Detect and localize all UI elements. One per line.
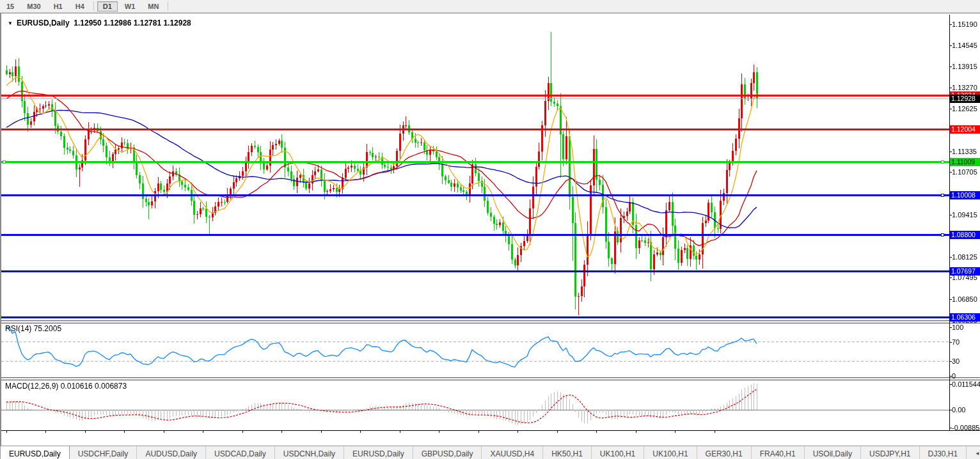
chart-tab-USOil-Daily[interactable]: USOil,Daily <box>805 446 861 459</box>
toolbar-separator <box>93 1 94 11</box>
price-axis-label: 1.08125 <box>952 253 977 261</box>
horizontal-level-line-1.07697[interactable] <box>1 270 949 272</box>
price-axis-label: 1.06850 <box>952 295 977 303</box>
chart-tab-USDCAD-Daily[interactable]: USDCAD,Daily <box>206 446 275 459</box>
price-axis-label: 1.10705 <box>952 168 977 176</box>
current-price-badge: 1.12928 <box>950 95 980 103</box>
chart-window: ▼EURUSD,Daily 1.12950 1.12986 1.12781 1.… <box>0 13 980 446</box>
mt4-terminal: 15M30H1H4D1W1MN ▼EURUSD,Daily 1.12950 1.… <box>0 0 980 459</box>
price-badge: 1.10008 <box>950 191 980 199</box>
rsi-axis-label: 100 <box>952 323 963 331</box>
chart-tab-GER30-H1[interactable]: GER30,H1 <box>697 446 752 459</box>
horizontal-level-line-1.12004[interactable] <box>1 128 949 130</box>
macd-indicator-label: MACD(12,26,9) 0.010616 0.006873 <box>5 382 127 391</box>
chart-tab-EURUSD-Daily[interactable]: EURUSD,Daily <box>344 446 413 459</box>
price-axis-label: 1.14545 <box>952 42 977 49</box>
symbol-dropdown-icon[interactable]: ▼ <box>8 20 13 26</box>
toolbar-separator <box>168 1 168 11</box>
price-badge: 1.06306 <box>950 313 980 322</box>
date-axis-border <box>1 430 980 431</box>
chart-tab-USDCHF-Daily[interactable]: USDCHF,Daily <box>70 446 138 459</box>
price-axis-label: 1.11335 <box>952 148 977 155</box>
horizontal-level-line-1.10008[interactable] <box>1 194 949 196</box>
macd-axis-label: 0.00 <box>952 406 965 414</box>
chart-tab-DJ30-H1[interactable]: DJ30,H1 <box>920 446 967 459</box>
tab-scroll-arrows: ◂▸ <box>967 446 980 459</box>
line-endpoint-marker[interactable] <box>941 160 944 164</box>
panel-separator-rsi-macd[interactable] <box>1 377 980 380</box>
macd-axis-label: 0.011544 <box>952 380 980 388</box>
chart-tab-bar: EURUSD,DailyUSDCHF,DailyAUDUSD,DailyUSDC… <box>0 446 980 459</box>
price-badge: 1.11009 <box>950 158 980 166</box>
price-axis-label: 1.13915 <box>952 63 977 70</box>
chart-tab-FRA40-H1[interactable]: FRA40,H1 <box>752 446 805 459</box>
line-endpoint-marker[interactable] <box>941 233 944 237</box>
horizontal-level-line-1.06306[interactable] <box>1 316 949 318</box>
price-axis-border <box>949 15 950 430</box>
horizontal-level-line-1.11009[interactable] <box>1 161 949 163</box>
price-axis-label: 1.09415 <box>952 211 977 219</box>
price-badge: 1.08800 <box>950 231 980 239</box>
price-axis-label: 1.12625 <box>952 105 977 113</box>
rsi-axis-label: 70 <box>952 338 960 346</box>
chart-tab-UK100-H1[interactable]: UK100,H1 <box>644 446 697 459</box>
timeframe-button-W1[interactable]: W1 <box>119 1 141 12</box>
timeframe-button-MN[interactable]: MN <box>142 1 164 12</box>
horizontal-level-line-1.13034[interactable] <box>1 95 949 97</box>
chart-tab-AUDUSD-Daily[interactable]: AUDUSD,Daily <box>137 446 206 459</box>
chart-ohlc-values: 1.12950 1.12986 1.12781 1.12928 <box>74 19 191 27</box>
price-axis-label: 1.15190 <box>952 20 977 28</box>
horizontal-level-line-1.08800[interactable] <box>1 234 949 236</box>
timeframe-button-M30[interactable]: M30 <box>21 1 46 12</box>
rsi-axis-label: 30 <box>952 357 960 365</box>
price-badge: 1.07697 <box>950 267 980 276</box>
current-price-line <box>1 98 949 99</box>
rsi-indicator-label: RSI(14) 75.2005 <box>5 324 61 333</box>
timeframe-button-D1[interactable]: D1 <box>97 1 118 12</box>
timeframe-button-15[interactable]: 15 <box>1 1 20 12</box>
chart-tab-HK50-H1[interactable]: HK50,H1 <box>543 446 592 459</box>
timeframe-button-H4[interactable]: H4 <box>70 1 90 12</box>
panel-separator-main-rsi[interactable] <box>1 320 980 323</box>
timeframe-toolbar: 15M30H1H4D1W1MN <box>0 0 980 13</box>
chart-tab-XAUUSD-H4[interactable]: XAUUSD,H4 <box>482 446 543 459</box>
timeframe-button-H1[interactable]: H1 <box>48 1 68 12</box>
macd-axis-label: -0.008858 <box>952 424 980 432</box>
chart-canvas[interactable] <box>1 13 980 446</box>
chart-tab-EURUSD-Daily[interactable]: EURUSD,Daily <box>0 446 70 459</box>
line-endpoint-marker[interactable] <box>3 160 6 164</box>
chart-tab-GBPUSD-Daily[interactable]: GBPUSD,Daily <box>413 446 482 459</box>
chart-tab-USDCNH-Daily[interactable]: USDCNH,Daily <box>275 446 344 459</box>
chart-tab-UK100-H1[interactable]: UK100,H1 <box>592 446 644 459</box>
line-endpoint-marker[interactable] <box>941 194 944 197</box>
tab-scroll-left-icon[interactable]: ◂ <box>976 449 979 456</box>
chart-symbol-period: EURUSD,Daily <box>17 19 70 27</box>
price-axis-label: 1.13270 <box>952 84 977 91</box>
rsi-axis-label: 0 <box>952 372 956 380</box>
chart-title: ▼EURUSD,Daily 1.12950 1.12986 1.12781 1.… <box>8 19 191 27</box>
chart-tab-USDJPY-H1[interactable]: USDJPY,H1 <box>861 446 919 459</box>
price-badge: 1.12004 <box>950 125 980 134</box>
